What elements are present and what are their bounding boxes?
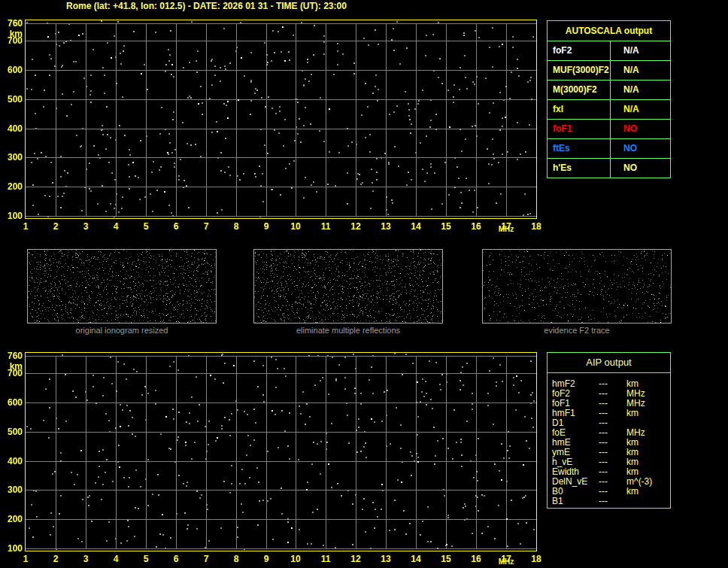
x-tick-label: 14 [405, 554, 427, 564]
x-tick-label: 10 [284, 554, 307, 564]
autoscala-row-label: MUF(3000)F2 [548, 61, 611, 80]
x-tick-label: 15 [435, 554, 457, 564]
x-tick-label: 3 [74, 554, 97, 564]
autoscala-output-table: AUTOSCALA output foF2N/AMUF(3000)F2N/AM(… [547, 20, 671, 178]
x-tick-label: 8 [225, 554, 247, 564]
x-tick-label: 15 [435, 221, 457, 232]
autoscala-row-label: foF2 [548, 41, 611, 60]
autoscala-row-value: N/A [611, 80, 670, 99]
panel-evidence-canvas [483, 250, 671, 323]
y-tick-label: 300 [0, 152, 23, 163]
x-tick-label: 11 [314, 221, 337, 232]
y-tick-label: 760 [0, 351, 23, 361]
panel-original-ionogram [27, 249, 217, 323]
aip-row: B1--- [552, 497, 670, 506]
ionogram-plot-bottom [25, 352, 537, 551]
autoscala-row-label: h'Es [548, 159, 611, 178]
autoscala-row-value: N/A [611, 100, 670, 119]
aip-table-title: AIP output [548, 353, 670, 373]
panel-evidence-f2 [482, 249, 672, 323]
autoscala-row: foF1NO [548, 120, 670, 139]
y-tick-label: 760 [0, 18, 23, 29]
autoscala-row-value: N/A [611, 41, 670, 60]
y-tick-label: 200 [0, 514, 23, 524]
x-tick-label: 4 [105, 221, 127, 232]
y-tick-label: 600 [0, 65, 23, 75]
panel-original-caption: original ionogram resized [27, 326, 217, 335]
x-tick-label: 12 [344, 221, 367, 232]
x-tick-label: 8 [225, 221, 247, 232]
autoscala-row: ftEsNO [548, 139, 670, 159]
x-tick-label: 9 [255, 554, 278, 564]
y-tick-label: 400 [0, 456, 23, 466]
x-tick-label: 18 [525, 554, 548, 564]
y-tick-label: 600 [0, 397, 23, 408]
aip-table-rows: hmF2---kmfoF2---MHzfoF1---MHzhmF1---kmD1… [548, 373, 670, 506]
panel-original-canvas [28, 250, 216, 323]
x-tick-label: 5 [135, 554, 157, 564]
autoscala-row-label: foF1 [548, 120, 611, 138]
autoscala-table-title: AUTOSCALA output [548, 21, 670, 41]
autoscala-row: MUF(3000)F2N/A [548, 61, 670, 80]
aip-row: hmF1---km [552, 409, 670, 418]
autoscala-row-value: NO [611, 139, 670, 158]
autoscala-row-value: NO [611, 120, 670, 138]
x-axis-unit-label: MHz [495, 225, 517, 234]
autoscala-row: h'EsNO [548, 159, 670, 178]
x-tick-label: 4 [105, 554, 127, 564]
autoscala-table-rows: foF2N/AMUF(3000)F2N/AM(3000)F2N/AfxIN/Af… [548, 41, 670, 178]
autoscala-row: M(3000)F2N/A [548, 80, 670, 100]
x-tick-label: 7 [195, 221, 217, 232]
autoscala-row: fxIN/A [548, 100, 670, 120]
page-title: Rome (lat: +41.8, lon: 012.5) - DATE: 20… [66, 1, 347, 11]
autoscala-window: Rome (lat: +41.8, lon: 012.5) - DATE: 20… [0, 0, 728, 568]
x-tick-label: 3 [74, 221, 97, 232]
x-tick-label: 13 [375, 554, 397, 564]
x-tick-label: 5 [135, 221, 157, 232]
autoscala-row-label: fxI [548, 100, 611, 119]
x-tick-label: 16 [465, 221, 487, 232]
y-tick-label: 500 [0, 94, 23, 105]
panel-evidence-caption: evidence F2 trace [482, 326, 672, 335]
ionogram-plot-top [25, 20, 537, 219]
y-axis-unit-label: km [0, 29, 23, 39]
aip-row-value: --- [599, 497, 626, 506]
x-axis-unit-label: MHz [495, 557, 517, 566]
panel-eliminate-caption: eliminate multiple reflections [253, 326, 443, 335]
x-tick-label: 11 [314, 554, 337, 564]
x-tick-label: 12 [344, 554, 367, 564]
panel-eliminate-canvas [254, 250, 442, 323]
aip-output-table: AIP output hmF2---kmfoF2---MHzfoF1---MHz… [547, 352, 671, 509]
y-tick-label: 100 [0, 543, 23, 554]
x-tick-label: 18 [525, 221, 548, 232]
x-tick-label: 14 [405, 221, 427, 232]
autoscala-row-value: NO [611, 159, 670, 178]
x-tick-label: 2 [44, 554, 67, 564]
ionogram-canvas-bottom [26, 353, 536, 551]
y-tick-label: 200 [0, 181, 23, 192]
aip-row-unit [626, 497, 670, 506]
y-tick-label: 500 [0, 427, 23, 437]
autoscala-row-label: M(3000)F2 [548, 80, 611, 99]
x-tick-label: 9 [255, 221, 278, 232]
aip-row: B0---km [552, 487, 670, 497]
aip-row-unit: km [626, 487, 670, 497]
y-tick-label: 400 [0, 123, 23, 134]
aip-row-unit: km [626, 409, 670, 418]
x-tick-label: 6 [165, 221, 187, 232]
x-tick-label: 10 [284, 221, 307, 232]
ionogram-canvas-top [26, 20, 536, 218]
x-tick-label: 16 [465, 554, 487, 564]
x-tick-label: 13 [375, 221, 397, 232]
x-tick-label: 7 [195, 554, 217, 564]
autoscala-row-value: N/A [611, 61, 670, 80]
x-tick-label: 1 [14, 554, 37, 564]
aip-row: D1--- [552, 418, 670, 428]
autoscala-row: foF2N/A [548, 41, 670, 61]
y-tick-label: 100 [0, 211, 23, 221]
aip-row: DelN_vE---m^(-3) [552, 477, 670, 487]
y-tick-label: 300 [0, 484, 23, 495]
x-tick-label: 2 [44, 221, 67, 232]
autoscala-row-label: ftEs [548, 139, 611, 158]
aip-row-label: B1 [552, 497, 599, 506]
